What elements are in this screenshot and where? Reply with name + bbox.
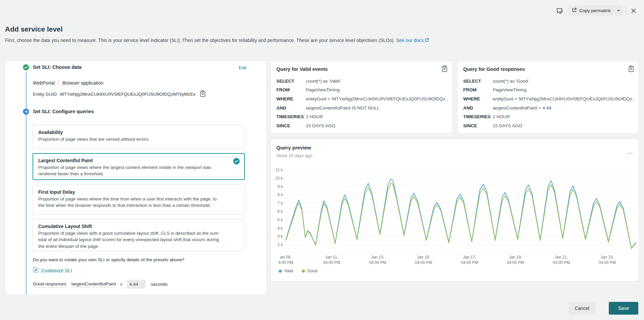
- sli-option-cumulative-layout-shift[interactable]: Cumulative Layout Shift Proportion of pa…: [33, 219, 245, 251]
- query-row: SINCE15 DAYS AGO: [276, 121, 449, 130]
- x-axis-tick-label: Jan 23,04:00 PM: [599, 255, 616, 265]
- sli-option-availability[interactable]: Availability Proportion of page views th…: [33, 125, 245, 149]
- external-link-icon: [425, 38, 429, 43]
- query-row-label: WHERE: [276, 96, 306, 101]
- copy-valid-query-button[interactable]: [442, 65, 447, 73]
- good-responses-label[interactable]: Good responses:: [33, 281, 67, 287]
- valid-series-dot-icon: [279, 270, 282, 273]
- cancel-button[interactable]: Cancel: [569, 302, 595, 315]
- selected-check-icon: [233, 158, 240, 166]
- x-axis-tick-label: Jan 11,04:00 PM: [323, 255, 340, 265]
- query-row-value: 2 HOUR: [306, 114, 323, 119]
- y-axis-tick-label: 10 k: [275, 176, 283, 181]
- chevron-down-icon: [616, 8, 621, 14]
- query-row-value: 15 DAYS AGO: [306, 123, 335, 128]
- query-good-responses-card: Query for Good responses SELECTcount(*) …: [457, 61, 639, 134]
- clipboard-icon: [200, 90, 206, 98]
- query-good-title: Query for Good responses: [463, 66, 525, 72]
- good-responses-row: Good responses: largestContentfulPaint <…: [33, 280, 168, 289]
- customize-sli-button[interactable]: Customize SLI: [33, 267, 72, 274]
- feedback-button[interactable]: [555, 7, 564, 16]
- feedback-icon: [556, 7, 564, 16]
- y-axis-tick-label: 5 k: [277, 218, 283, 222]
- query-row: ANDlargestContentfulPaint IS NOT NULL: [276, 103, 449, 112]
- x-axis-tick-label: Jan 17,04:00 PM: [461, 255, 478, 265]
- save-button[interactable]: Save: [609, 302, 638, 315]
- step2-current-arrow-icon: [23, 108, 29, 115]
- entity-guid-row: Entity GUID MTYwNjg2MnxCUk9XU0VSfEFQUExJ…: [33, 90, 206, 98]
- entity-type: Browser application: [62, 80, 103, 86]
- query-row-label: AND: [276, 105, 306, 110]
- copy-permalink-button[interactable]: Copy permalink: [568, 5, 623, 16]
- copy-permalink-label: Copy permalink: [579, 8, 611, 13]
- query-valid-title: Query for Valid events: [276, 66, 328, 72]
- query-row-label: WHERE: [463, 96, 493, 101]
- sli-option-desc: Proportion of page views where the large…: [38, 164, 221, 177]
- page-subtitle: First, choose the data you need to measu…: [5, 38, 429, 43]
- query-row-value: largestContentfulPaint IS NOT NULL: [306, 105, 380, 110]
- x-axis-tick-label: Jan 19,04:00 PM: [507, 255, 524, 265]
- sli-option-desc: Proportion of page views that are served…: [38, 136, 221, 142]
- sli-option-title: Largest Contentful Paint: [38, 158, 239, 163]
- step1-complete-check-icon: [23, 64, 29, 71]
- legend-item-valid[interactable]: Valid: [279, 269, 293, 273]
- close-icon: [631, 8, 637, 15]
- query-row: ANDlargestContentfulPaint < 4.44: [463, 103, 635, 112]
- legend-item-good[interactable]: Good: [302, 269, 318, 273]
- entity-row: WebPortal Browser application: [33, 80, 103, 86]
- y-axis-tick-label: 8 k: [277, 192, 283, 197]
- sli-option-largest-contentful-paint[interactable]: Largest Contentful Paint Proportion of p…: [33, 153, 245, 180]
- query-row-value: PageViewTiming: [306, 87, 340, 92]
- header-divider: [626, 6, 626, 15]
- copy-guid-button[interactable]: [200, 90, 206, 98]
- clipboard-icon: [628, 68, 634, 73]
- query-row: WHEREentityGuid = 'MTYwNjg2MnxCUk9XU0VSf…: [463, 94, 635, 103]
- good-series-line: [286, 183, 636, 249]
- valid-series-line: [286, 179, 636, 248]
- threshold-input[interactable]: [127, 280, 146, 289]
- query-preview-subtitle: Since 15 days ago: [276, 153, 312, 158]
- query-row-label: TIMESERIES: [463, 114, 493, 119]
- step1-title: Set SLI: Choose data: [33, 64, 82, 70]
- y-axis-tick-label: 6 k: [277, 209, 283, 214]
- query-row: SINCE15 DAYS AGO: [463, 121, 635, 130]
- timeseries-chart: 11 k10 k9 k8 k7 k6 k5 k4 k3 k2 kan 09,4:…: [271, 163, 639, 268]
- copy-good-query-button[interactable]: [628, 65, 634, 73]
- y-axis-tick-label: 9 k: [277, 184, 283, 189]
- customize-question: Do you want to create your own SLI or sp…: [33, 257, 184, 262]
- close-button[interactable]: [630, 7, 638, 15]
- customize-sli-icon: [33, 267, 39, 274]
- legend-valid-label: Valid: [284, 269, 293, 273]
- clipboard-icon: [442, 68, 447, 73]
- sli-option-title: First Input Delay: [38, 189, 239, 195]
- x-axis-tick-label: an 09,4:00 PM: [278, 255, 293, 265]
- query-row: TIMESERIES2 HOUR: [276, 112, 449, 121]
- query-row-label: FROM: [276, 87, 306, 92]
- query-good-rows: SELECTcount(*) as 'Good'FROMPageViewTimi…: [463, 77, 635, 130]
- permalink-dropdown-button[interactable]: [614, 5, 623, 16]
- good-series-dot-icon: [302, 270, 305, 273]
- ellipsis-menu-icon[interactable]: ⋯: [626, 149, 633, 157]
- customize-sli-label: Customize SLI: [41, 268, 72, 273]
- docs-link[interactable]: See our docs: [396, 38, 429, 43]
- step-connector-line: [26, 72, 26, 294]
- query-row-value: entityGuid = 'MTYwNjg2MnxCUk9XU0VSfEFQUE…: [493, 96, 635, 101]
- query-row-label: SELECT: [276, 79, 306, 84]
- sli-option-first-input-delay[interactable]: First Input Delay Proportion of page vie…: [33, 185, 245, 215]
- query-row-value: count(*) as 'Good': [493, 79, 529, 84]
- threshold-attribute[interactable]: largestContentfulPaint: [71, 281, 116, 287]
- edit-link[interactable]: Edit: [239, 65, 247, 70]
- query-preview-card: Query preview Since 15 days ago ⋯ 11 k10…: [270, 139, 639, 281]
- query-row: TIMESERIES2 HOUR: [463, 112, 635, 121]
- permalink-icon: [572, 7, 577, 14]
- query-row-label: SELECT: [463, 79, 493, 84]
- chart-legend: Valid Good: [279, 269, 317, 273]
- query-valid-events-card: Query for Valid events SELECTcount(*) as…: [270, 61, 452, 134]
- entity-guid-label: Entity GUID: [33, 92, 57, 97]
- query-row-label: FROM: [463, 87, 493, 92]
- query-row: WHEREentityGuid = 'MTYwNjg2MnxCUk9XU0VSf…: [276, 94, 449, 103]
- legend-good-label: Good: [307, 269, 318, 273]
- query-row-value: PageViewTiming: [493, 87, 527, 92]
- query-row-value: largestContentfulPaint < 4.44: [493, 105, 551, 110]
- threshold-operator: <: [120, 282, 123, 287]
